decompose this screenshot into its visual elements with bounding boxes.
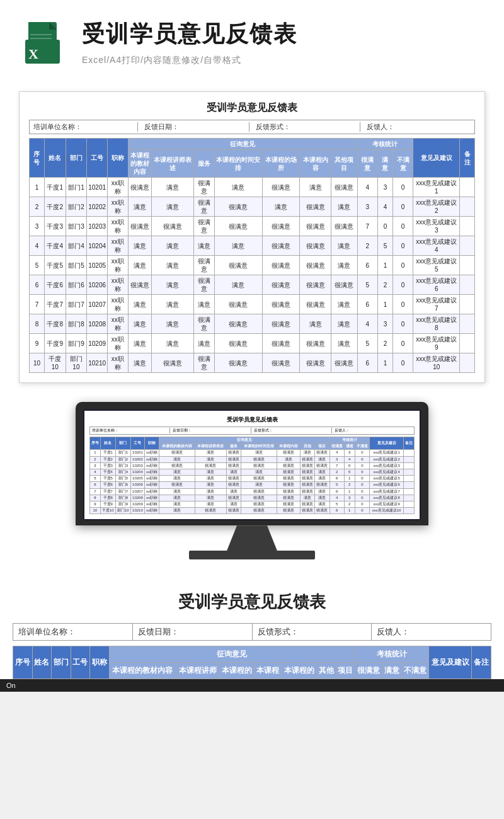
table-row: 6千度6部门610206xx职称很满意满意很满意满意很满意很满意很满意520xx… [30, 275, 475, 295]
monitor: 受训学员意见反馈表 培训单位名称： 反馈日期： 反馈形式： 反馈人： 序号 姓名… [76, 402, 428, 525]
monitor-section: 受训学员意见反馈表 培训单位名称： 反馈日期： 反馈形式： 反馈人： 序号 姓名… [0, 396, 504, 578]
table-row: 9千度9部门910209xx职称满意满意满意很满意很满意很满意满意520xxx意… [30, 334, 475, 353]
th-stat: 考核统计 [357, 139, 413, 150]
table-row: 4千度4部门410204xx职称满意满意满意满意很满意很满意满意250xxx意见… [90, 469, 415, 475]
bottom-th-id: 序号 [13, 646, 33, 679]
table-row: 7千度7部门710207xx职称满意满意满意很满意很满意很满意满意610xxx意… [90, 488, 415, 495]
top-title-area: 受训学员意见反馈表 Excel/A4打印/内容随意修改/自带格式 [82, 19, 479, 66]
table-row: 9千度9部门910209xx职称满意满意满意很满意很满意很满意满意520xxx意… [90, 501, 415, 507]
th-s1: 很满意 [357, 150, 378, 178]
th-c4: 本课程的时间安排 [214, 150, 262, 178]
table-row: 3千度3部门310203xx职称很满意很满意很满意很满意很满意很满意很满意700… [90, 462, 415, 469]
top-section: X 受训学员意见反馈表 Excel/A4打印/内容随意修改/自带格式 [0, 0, 504, 85]
table-row: 1千度1部门110201xx职称很满意满意很满意满意很满意满意很满意430xxx… [90, 450, 415, 456]
bottom-meta-unit: 培训单位名称： [13, 624, 133, 640]
th-c5: 本课程的场所 [263, 150, 300, 178]
meta-person: 反馈人： [367, 122, 471, 132]
footer-bar: On [0, 679, 504, 692]
bottom-th-stat: 考核统计 [355, 646, 429, 663]
th-id: 序号 [30, 139, 45, 178]
excel-icon: X [25, 22, 69, 72]
table-row: 2千度2部门210202xx职称满意满意很满意很满意满意很满意满意340xxx意… [90, 456, 415, 462]
bottom-meta-person: 反馈人： [372, 624, 491, 640]
bottom-th-advice: 意见及建议 [428, 646, 471, 679]
table-row: 5千度5部门510205xx职称满意满意很满意很满意很满意很满意满意610xxx… [90, 476, 415, 482]
table-row: 8千度8部门810208xx职称满意满意很满意很满意很满意满意满意430xxx意… [30, 314, 475, 334]
bottom-table: 序号 姓名 部门 工号 职称 征询意见 考核统计 意见及建议 备注 本课程的教材… [13, 646, 491, 679]
page-main-title: 受训学员意见反馈表 [82, 19, 479, 50]
meta-format: 反馈形式： [256, 122, 360, 132]
page-sub-title: Excel/A4打印/内容随意修改/自带格式 [82, 55, 479, 66]
table-row: 1千度1部门110201xx职称很满意满意很满意满意很满意满意很满意430xxx… [30, 178, 475, 197]
form-title-1: 受训学员意见反馈表 [29, 101, 475, 115]
table-row: 2千度2部门210202xx职称满意满意很满意很满意满意很满意满意340xxx意… [30, 197, 475, 217]
bottom-th-title: 职称 [90, 646, 110, 679]
svg-text:X: X [28, 46, 38, 62]
monitor-stand [227, 525, 277, 551]
table-row: 3千度3部门310203xx职称很满意很满意很满意很满意很满意很满意很满意700… [30, 217, 475, 236]
bottom-section: 受训学员意见反馈表 培训单位名称： 反馈日期： 反馈形式： 反馈人： 序号 姓名… [0, 578, 504, 679]
bottom-th-dept: 部门 [52, 646, 71, 679]
table-row: 7千度7部门710207xx职称满意满意满意很满意很满意很满意满意610xxx意… [30, 295, 475, 314]
bottom-title: 受训学员意见反馈表 [13, 591, 491, 613]
table-row: 6千度6部门610206xx职称很满意满意很满意满意很满意很满意很满意520xx… [90, 482, 415, 488]
monitor-base [189, 551, 315, 559]
feedback-table-1: 序号 姓名 部门 工号 职称 征询意见 考核统计 意见及建议 备注 本课程的教材… [29, 138, 475, 373]
th-c6: 本课程内容 [300, 150, 331, 178]
bottom-meta-format: 反馈形式： [253, 624, 372, 640]
bottom-th-note: 备注 [472, 646, 491, 679]
form-meta-1: 培训单位名称： 反馈日期： 反馈形式： 反馈人： [29, 120, 475, 134]
bottom-meta-date: 反馈日期： [133, 624, 253, 640]
bottom-th-name: 姓名 [32, 646, 52, 679]
th-c2: 本课程讲师表述 [151, 150, 194, 178]
table-row: 5千度5部门510205xx职称满意满意很满意很满意很满意很满意满意610xxx… [30, 256, 475, 275]
th-title: 职称 [108, 139, 129, 178]
small-table: 序号 姓名 部门 工号 职称 征询意见 考核统计 意见及建议 备注 本课程的教材… [89, 437, 415, 514]
table-row: 8千度8部门810208xx职称满意满意很满意很满意很满意满意满意430xxx意… [90, 495, 415, 501]
table-row: 10千度10部门1010210xx职称满意很满意很满意很满意很满意很满意很满意6… [90, 508, 415, 514]
th-c7: 其他项目 [331, 150, 357, 178]
paper-card-1: 千图网 千图网 受训学员意见反馈表 培训单位名称： 反馈日期： 反馈形式： 反馈… [19, 91, 485, 383]
th-c1: 本课程的教材内容 [128, 150, 151, 178]
monitor-screen: 受训学员意见反馈表 培训单位名称： 反馈日期： 反馈形式： 反馈人： 序号 姓名… [83, 410, 421, 520]
th-s2: 满意 [378, 150, 393, 178]
th-consult: 征询意见 [128, 139, 357, 150]
bottom-th-consult: 征询意见 [109, 646, 355, 663]
meta-date: 反馈日期： [144, 122, 249, 132]
meta-unit: 培训单位名称： [33, 122, 138, 132]
bottom-meta: 培训单位名称： 反馈日期： 反馈形式： 反馈人： [13, 623, 491, 641]
bottom-th-no: 工号 [71, 646, 90, 679]
paper-section: 千图网 千图网 受训学员意见反馈表 培训单位名称： 反馈日期： 反馈形式： 反馈… [0, 85, 504, 396]
small-form-meta: 培训单位名称： 反馈日期： 反馈形式： 反馈人： [89, 427, 415, 435]
th-c3: 服务 [194, 150, 215, 178]
small-form-title: 受训学员意见反馈表 [89, 416, 415, 424]
table-row: 10千度10部门1010210xx职称满意很满意很满意很满意很满意很满意很满意6… [30, 353, 475, 373]
footer-on-label: On [6, 682, 16, 689]
table-row: 4千度4部门410204xx职称满意满意满意满意很满意很满意满意250xxx意见… [30, 236, 475, 256]
paper-card-small: 受训学员意见反馈表 培训单位名称： 反馈日期： 反馈形式： 反馈人： 序号 姓名… [84, 411, 420, 519]
